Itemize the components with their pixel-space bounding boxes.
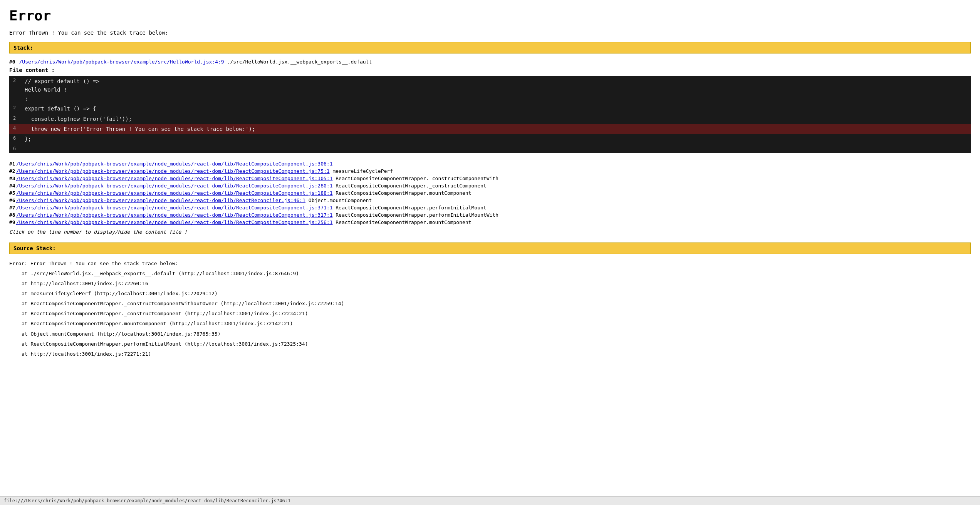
stack-number: #9 xyxy=(9,219,15,225)
stack-link[interactable]: /Users/chris/Work/pob/pobpack-browser/ex… xyxy=(16,176,333,181)
source-stack-line: at measureLifeCyclePerf (http://localhos… xyxy=(22,289,971,298)
line-number[interactable]: 4 xyxy=(13,125,21,133)
file-content-label: File content : xyxy=(9,67,971,73)
code-line: 2export default () => { xyxy=(9,104,971,114)
stack-link[interactable]: /Users/chris/Work/pob/pobpack-browser/ex… xyxy=(16,168,330,174)
primary-stack-link[interactable]: /Users/chris/Work/pob/pobpack-browser/ex… xyxy=(19,59,224,65)
source-stack-line: at http://localhost:3001/index.js:72260:… xyxy=(22,279,971,288)
stack-link[interactable]: /Users/chris/Work/pob/pobpack-browser/ex… xyxy=(16,212,333,218)
code-line: 6}; xyxy=(9,134,971,144)
stack-entry: #5/Users/chris/Work/pob/pobpack-browser/… xyxy=(9,190,971,196)
stack-suffix: ReactCompositeComponentWrapper._construc… xyxy=(332,176,498,181)
stack-entry: #9/Users/chris/Work/pob/pobpack-browser/… xyxy=(9,219,971,225)
stack-number: #2 xyxy=(9,168,15,174)
stack-entry: #7/Users/chris/Work/pob/pobpack-browser/… xyxy=(9,205,971,211)
line-number[interactable]: 2 xyxy=(13,115,21,123)
stack-number: #5 xyxy=(9,190,15,196)
code-line: 6 xyxy=(9,144,971,153)
stack-entry: #1/Users/chris/Work/pob/pobpack-browser/… xyxy=(9,161,971,167)
intro-text: Error Thrown ! You can see the stack tra… xyxy=(9,30,971,36)
code-content: // export default () => Hello World !; xyxy=(25,77,102,103)
stack-suffix: ReactCompositeComponentWrapper._construc… xyxy=(332,183,486,189)
stack-entry: #4/Users/chris/Work/pob/pobpack-browser/… xyxy=(9,183,971,189)
stack-suffix: Object.mountComponent xyxy=(305,197,372,203)
source-stack-line: at ReactCompositeComponentWrapper.perfor… xyxy=(22,340,971,348)
stack-suffix: ReactCompositeComponentWrapper.performIn… xyxy=(332,212,498,218)
stack-number: #4 xyxy=(9,183,15,189)
source-stack-line: Error: Error Thrown ! You can see the st… xyxy=(9,259,971,268)
stack-number: #1 xyxy=(9,161,15,167)
stack-number: #3 xyxy=(9,176,15,181)
stack-entry: #3/Users/chris/Work/pob/pobpack-browser/… xyxy=(9,176,971,181)
stack-suffix: measureLifeCyclePerf xyxy=(330,168,393,174)
stack-link[interactable]: /Users/chris/Work/pob/pobpack-browser/ex… xyxy=(16,197,305,203)
source-stack-line: at ReactCompositeComponentWrapper._const… xyxy=(22,309,971,318)
stack-number-0: #0 xyxy=(9,59,15,65)
code-content: throw new Error('Error Thrown ! You can … xyxy=(25,125,255,133)
code-line: 2// export default () => Hello World !; xyxy=(9,76,971,104)
stack-section-header: Stack: xyxy=(9,42,971,54)
stack-number: #8 xyxy=(9,212,15,218)
page-title: Error xyxy=(9,8,971,23)
code-line: 4 throw new Error('Error Thrown ! You ca… xyxy=(9,124,971,134)
source-stack-line: at ReactCompositeComponentWrapper._const… xyxy=(22,299,971,308)
code-block: 2// export default () => Hello World !;2… xyxy=(9,76,971,153)
code-content: export default () => { xyxy=(25,104,96,113)
stack-number: #7 xyxy=(9,205,15,211)
stack-link[interactable]: /Users/chris/Work/pob/pobpack-browser/ex… xyxy=(16,190,333,196)
click-hint: Click on the line number to display/hide… xyxy=(9,229,971,235)
primary-stack-entry: #0 /Users/chris/Work/pob/pobpack-browser… xyxy=(9,59,971,65)
code-content: }; xyxy=(25,135,31,143)
code-line: 2 console.log(new Error('fail')); xyxy=(9,114,971,124)
line-number[interactable]: 2 xyxy=(13,104,21,113)
stack-suffix: ReactCompositeComponentWrapper.mountComp… xyxy=(332,219,471,225)
source-stack-line: at ./src/HelloWorld.jsx.__webpack_export… xyxy=(22,269,971,278)
stack-suffix: ReactCompositeComponentWrapper.performIn… xyxy=(332,205,486,211)
stack-number: #6 xyxy=(9,197,15,203)
stack-link[interactable]: /Users/chris/Work/pob/pobpack-browser/ex… xyxy=(16,205,333,211)
code-content: console.log(new Error('fail')); xyxy=(25,115,132,123)
line-number[interactable]: 6 xyxy=(13,145,21,152)
stack-link[interactable]: /Users/chris/Work/pob/pobpack-browser/ex… xyxy=(16,183,333,189)
source-stack-line: at http://localhost:3001/index.js:72271:… xyxy=(22,350,971,358)
stack-list: #1/Users/chris/Work/pob/pobpack-browser/… xyxy=(9,161,971,225)
source-stack-line: at ReactCompositeComponentWrapper.mountC… xyxy=(22,319,971,328)
stack-entry: #6/Users/chris/Work/pob/pobpack-browser/… xyxy=(9,197,971,203)
primary-stack-suffix: ./src/HelloWorld.jsx.__webpack_exports__… xyxy=(224,59,372,65)
source-stack-line: at Object.mountComponent (http://localho… xyxy=(22,330,971,338)
stack-link[interactable]: /Users/chris/Work/pob/pobpack-browser/ex… xyxy=(16,161,333,167)
stack-entry: #2/Users/chris/Work/pob/pobpack-browser/… xyxy=(9,168,971,174)
source-stack-block: Error: Error Thrown ! You can see the st… xyxy=(9,259,971,358)
line-number[interactable]: 6 xyxy=(13,135,21,143)
line-number[interactable]: 2 xyxy=(13,77,21,103)
stack-suffix: ReactCompositeComponentWrapper.mountComp… xyxy=(332,190,471,196)
stack-entry: #8/Users/chris/Work/pob/pobpack-browser/… xyxy=(9,212,971,218)
stack-link[interactable]: /Users/chris/Work/pob/pobpack-browser/ex… xyxy=(16,219,333,225)
source-stack-section-header: Source Stack: xyxy=(9,242,971,254)
